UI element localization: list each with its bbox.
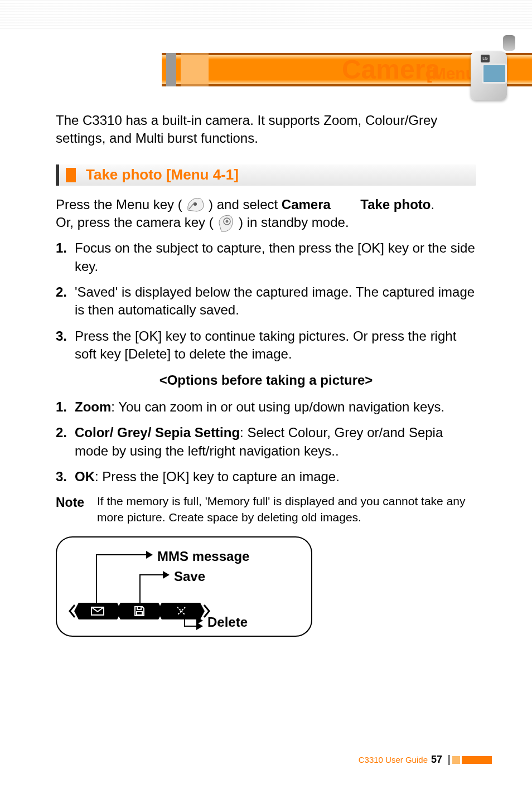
diagram-mms-label: MMS message — [157, 548, 249, 565]
lead-part2: ) and select — [209, 197, 282, 212]
softkey-icon — [186, 197, 205, 212]
footer-divider — [448, 755, 450, 765]
footer-tail — [470, 756, 492, 764]
step-2: 2. 'Saved' is displayed below the captur… — [56, 283, 476, 319]
note-label: Note — [56, 493, 97, 511]
footer-square-2 — [462, 756, 470, 764]
option-text-3: : Press the [OK] key to capture an image… — [95, 469, 340, 484]
envelope-icon — [90, 606, 105, 616]
intro-text: The C3310 has a built-in camera. It supp… — [56, 112, 476, 148]
icon-bar — [67, 601, 212, 621]
header-white-left — [0, 53, 162, 86]
header-light-tab — [181, 53, 209, 86]
diagram-save-label: Save — [174, 568, 205, 585]
step-3: 3. Press the [OK] key to continue taking… — [56, 327, 476, 364]
header-bar: Camera [Menu 4] — [0, 53, 532, 86]
floppy-icon — [133, 605, 146, 617]
step-text-1: Focus on the subject to capture, then pr… — [75, 239, 476, 275]
lead-camera-word: Camera — [282, 197, 331, 212]
svg-rect-5 — [137, 612, 142, 615]
delete-tab-icon — [162, 603, 200, 619]
options-title: <Options before taking a picture> — [56, 371, 476, 389]
footer: C3310 User Guide 57 — [359, 754, 492, 766]
footer-page: 57 — [431, 754, 442, 766]
lead-period: . — [431, 197, 434, 212]
lead-line2b: ) in standby mode. — [239, 215, 349, 230]
option-2: 2. Color/ Grey/ Sepia Setting: Select Co… — [56, 424, 476, 460]
camerakey-icon — [217, 214, 235, 233]
svg-point-2 — [226, 220, 229, 223]
diagram: MMS message Save Delete .dummy{} — [56, 536, 312, 637]
note-text: If the memory is full, 'Memory full' is … — [97, 493, 476, 525]
diagram-delete-label: Delete — [207, 613, 248, 631]
save-tab-icon — [120, 603, 159, 619]
content: The C3310 has a built-in camera. It supp… — [56, 112, 476, 637]
step-num-3: 3. — [56, 327, 75, 364]
option-text-1: : You can zoom in or out using up/down n… — [111, 399, 444, 414]
page-title: Camera — [342, 54, 440, 85]
mms-tab-icon — [79, 603, 117, 619]
decorative-stripes — [0, 0, 532, 31]
step-text-2: 'Saved' is displayed below the captured … — [75, 283, 476, 319]
step-text-3: Press the [OK] key to continue taking pi… — [75, 327, 476, 364]
option-3: 3. OK: Press the [OK] key to capture an … — [56, 468, 476, 486]
page: Camera [Menu 4] LG The C3310 has a built… — [0, 0, 532, 799]
section-heading: Take photo [Menu 4-1] — [56, 164, 476, 186]
footer-square-1 — [452, 756, 460, 764]
footer-guide: C3310 User Guide — [359, 755, 428, 764]
lead-line2a: Or, press the camera key ( — [56, 215, 214, 230]
option-num-1: 1. — [56, 398, 75, 416]
option-label-2: Color/ Grey/ Sepia Setting — [75, 425, 240, 440]
steps-list: 1. Focus on the subject to capture, then… — [56, 239, 476, 363]
svg-rect-4 — [137, 607, 141, 609]
option-num-3: 3. — [56, 468, 75, 486]
step-1: 1. Focus on the subject to capture, then… — [56, 239, 476, 275]
section-title: Take photo [Menu 4-1] — [76, 165, 239, 185]
note: Note If the memory is full, 'Memory full… — [56, 493, 476, 525]
step-num-1: 1. — [56, 239, 75, 275]
option-label-1: Zoom — [75, 399, 111, 414]
phone-icon: LG — [465, 33, 515, 100]
x-icon — [175, 605, 187, 617]
lead-take-photo: Take photo — [360, 197, 431, 212]
step-num-2: 2. — [56, 283, 75, 319]
phone-logo: LG — [481, 55, 490, 62]
option-label-3: OK — [75, 469, 95, 484]
options-list: 1. Zoom: You can zoom in or out using up… — [56, 398, 476, 486]
lead-part1: Press the Menu key ( — [56, 197, 182, 212]
option-1: 1. Zoom: You can zoom in or out using up… — [56, 398, 476, 416]
option-num-2: 2. — [56, 424, 75, 460]
header-grey-tab — [166, 53, 176, 86]
lead-paragraph: Press the Menu key ( ) and select Camera… — [56, 196, 476, 233]
